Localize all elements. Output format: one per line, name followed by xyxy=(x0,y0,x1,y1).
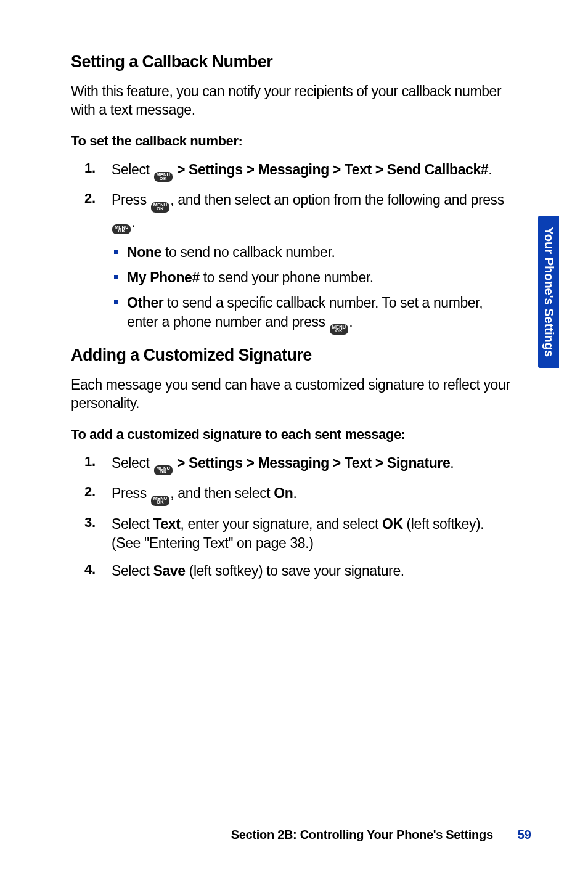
step-number: 2. xyxy=(84,190,112,206)
text: (left softkey) to save your signature. xyxy=(186,563,404,579)
step-body: Select MENUOK > Settings > Messaging > T… xyxy=(112,160,515,182)
step-item: 1. Select MENUOK > Settings > Messaging … xyxy=(84,454,515,476)
text: to send no callback number. xyxy=(161,244,335,260)
text-bold: OK xyxy=(382,516,403,532)
step-number: 1. xyxy=(84,160,112,176)
text-bold: Save xyxy=(153,563,186,579)
text: . xyxy=(293,485,296,501)
text: Select xyxy=(112,455,153,471)
menu-ok-icon: MENUOK xyxy=(112,224,131,235)
subhead-signature: To add a customized signature to each se… xyxy=(71,427,515,443)
steps-callback: 1. Select MENUOK > Settings > Messaging … xyxy=(84,160,515,235)
bullet-body: My Phone# to send your phone number. xyxy=(127,268,515,287)
intro-signature: Each message you send can have a customi… xyxy=(71,376,515,413)
step-number: 2. xyxy=(84,484,112,500)
step-item: 1. Select MENUOK > Settings > Messaging … xyxy=(84,160,515,182)
text: , and then select xyxy=(170,485,274,501)
bullet-label: Other xyxy=(127,295,163,311)
text-bold: Text xyxy=(153,516,181,532)
text: . xyxy=(349,314,353,330)
menu-ok-icon: MENUOK xyxy=(330,324,348,335)
text: Press xyxy=(112,192,150,208)
text: to send your phone number. xyxy=(200,269,374,285)
step-body: Press MENUOK, and then select an option … xyxy=(112,190,515,234)
text: . xyxy=(450,455,454,471)
text: , enter your signature, and select xyxy=(181,516,382,532)
bullet-body: None to send no callback number. xyxy=(127,243,515,262)
bullet-item: Other to send a specific callback number… xyxy=(114,293,515,335)
bullet-list-callback: None to send no callback number. My Phon… xyxy=(114,243,515,335)
step-number: 4. xyxy=(84,561,112,578)
step-body: Select Save (left softkey) to save your … xyxy=(112,561,515,581)
text: Press xyxy=(112,485,150,501)
subhead-callback: To set the callback number: xyxy=(71,133,515,149)
step-body: Select Text, enter your signature, and s… xyxy=(112,515,515,553)
text: . xyxy=(131,214,135,230)
bullet-body: Other to send a specific callback number… xyxy=(127,293,515,335)
nav-path: > Settings > Messaging > Text > Signatur… xyxy=(173,455,450,471)
step-item: 2. Press MENUOK, and then select an opti… xyxy=(84,190,515,234)
menu-ok-icon: MENUOK xyxy=(151,496,169,506)
bullet-item: None to send no callback number. xyxy=(114,243,515,262)
page-content: Setting a Callback Number With this feat… xyxy=(71,52,515,589)
intro-callback: With this feature, you can notify your r… xyxy=(71,83,515,120)
text: Select xyxy=(112,563,153,579)
side-tab-label: Your Phone's Settings xyxy=(541,222,557,362)
step-number: 1. xyxy=(84,454,112,470)
heading-signature: Adding a Customized Signature xyxy=(71,346,515,365)
page-number: 59 xyxy=(518,828,531,842)
bullet-label: None xyxy=(127,244,161,260)
text: Select xyxy=(112,161,153,178)
step-number: 3. xyxy=(84,515,112,531)
nav-path: > Settings > Messaging > Text > Send Cal… xyxy=(173,161,488,178)
bullet-label: My Phone# xyxy=(127,269,200,285)
menu-ok-icon: MENUOK xyxy=(154,465,173,476)
bullet-icon xyxy=(114,250,118,254)
step-body: Select MENUOK > Settings > Messaging > T… xyxy=(112,454,515,476)
text: to send a specific callback number. To s… xyxy=(127,295,483,330)
bullet-icon xyxy=(114,300,118,304)
footer-section-title: Section 2B: Controlling Your Phone's Set… xyxy=(231,828,493,842)
bullet-icon xyxy=(114,275,118,279)
menu-ok-icon: MENUOK xyxy=(154,172,173,182)
step-body: Press MENUOK, and then select On. xyxy=(112,484,515,506)
bullet-item: My Phone# to send your phone number. xyxy=(114,268,515,287)
menu-ok-icon: MENUOK xyxy=(151,202,169,213)
steps-signature: 1. Select MENUOK > Settings > Messaging … xyxy=(84,454,515,581)
text-on: On xyxy=(274,485,293,501)
page-footer: Section 2B: Controlling Your Phone's Set… xyxy=(0,828,588,842)
heading-callback: Setting a Callback Number xyxy=(71,52,515,71)
step-item: 2. Press MENUOK, and then select On. xyxy=(84,484,515,506)
text: Select xyxy=(112,516,153,532)
text: , and then select an option from the fol… xyxy=(170,192,504,208)
step-item: 4. Select Save (left softkey) to save yo… xyxy=(84,561,515,581)
text: . xyxy=(488,161,492,178)
step-item: 3. Select Text, enter your signature, an… xyxy=(84,515,515,553)
